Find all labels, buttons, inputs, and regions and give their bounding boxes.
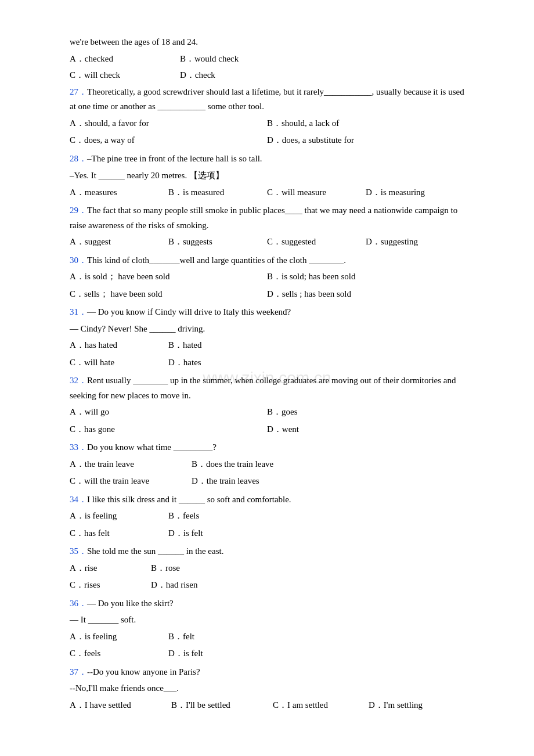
q34-body: I like this silk dress and it ______ so … bbox=[87, 495, 291, 504]
q35-optD: D．had risen bbox=[151, 578, 226, 593]
pre27-options: A．checked B．would check bbox=[70, 52, 464, 67]
q31-body2: — Cindy? Never! She ______ driving. bbox=[70, 324, 205, 333]
question-34: 34．I like this silk dress and it ______ … bbox=[70, 492, 464, 541]
q32-optC: C．has gone bbox=[70, 422, 267, 437]
q34-optD: D．is felt bbox=[168, 526, 244, 541]
q31-optC: C．will hate bbox=[70, 355, 157, 370]
pre27-optD: D．check bbox=[180, 68, 284, 83]
q37-optA: A．I have settled bbox=[70, 698, 163, 713]
q28-body2: –Yes. It ______ nearly 20 metres. bbox=[70, 171, 189, 180]
q32-optA: A．will go bbox=[70, 405, 267, 420]
q30-body: This kind of cloth_______well and large … bbox=[87, 255, 346, 265]
q36-optD: D．is felt bbox=[168, 646, 238, 661]
q30-options: A．is sold； have been sold B．is sold; has… bbox=[70, 269, 464, 285]
q37-text2: --No,I'll make friends once___. bbox=[70, 681, 464, 696]
q30-optB: B．is sold; has been sold bbox=[267, 269, 464, 285]
q29-optC: C．suggested bbox=[267, 235, 354, 250]
q31-body1: — Do you know if Cindy will drive to Ita… bbox=[87, 307, 291, 316]
q36-optC: C．feels bbox=[70, 646, 163, 661]
q34-optB: B．feels bbox=[168, 509, 244, 524]
q37-text1: 37．--Do you know anyone in Paris? bbox=[70, 665, 464, 680]
q30-text: 30．This kind of cloth_______well and lar… bbox=[70, 253, 464, 268]
q29-options: A．suggest B．suggests C．suggested D．sugge… bbox=[70, 235, 464, 250]
q31-options: A．has hated B．hated bbox=[70, 338, 464, 353]
q36-body2: — It _______ soft. bbox=[70, 615, 136, 624]
q36-optB: B．felt bbox=[168, 629, 238, 645]
q32-optD: D．went bbox=[267, 422, 464, 437]
q31-optA: A．has hated bbox=[70, 338, 157, 353]
question-32: 32．Rent usually ________ up in the summe… bbox=[70, 373, 464, 437]
q31-number: 31． bbox=[70, 307, 87, 316]
q29-optA: A．suggest bbox=[70, 235, 157, 250]
question-36: 36．— Do you like the skirt? — It _______… bbox=[70, 596, 464, 661]
pre27-optB: B．would check bbox=[180, 52, 284, 67]
q32-options2: C．has gone D．went bbox=[70, 422, 464, 437]
q30-optD: D．sells ; has been sold bbox=[267, 287, 464, 302]
q30-optC: C．sells； have been sold bbox=[70, 287, 267, 302]
q28-optA: A．measures bbox=[70, 185, 157, 200]
q34-number: 34． bbox=[70, 495, 87, 504]
q29-text: 29．The fact that so many people still sm… bbox=[70, 203, 464, 233]
q36-number: 36． bbox=[70, 599, 87, 608]
question-35: 35．She told me the sun ______ in the eas… bbox=[70, 544, 464, 593]
question-27: 27．Theoretically, a good screwdriver sho… bbox=[70, 85, 464, 148]
q36-text1: 36．— Do you like the skirt? bbox=[70, 596, 464, 611]
q34-optC: C．has felt bbox=[70, 526, 163, 541]
question-30: 30．This kind of cloth_______well and lar… bbox=[70, 253, 464, 302]
q37-options: A．I have settled B．I'll be settled C．I a… bbox=[70, 698, 464, 713]
q35-options: A．rise B．rose bbox=[70, 561, 464, 576]
q37-body1: --Do you know anyone in Paris? bbox=[87, 667, 200, 676]
q31-text2: — Cindy? Never! She ______ driving. bbox=[70, 322, 464, 337]
q27-optB: B．should, a lack of bbox=[267, 116, 464, 131]
q37-optD: D．I'm settling bbox=[369, 698, 444, 713]
q27-options2: C．does, a way of D．does, a substitute fo… bbox=[70, 133, 464, 148]
q37-body2: --No,I'll make friends once___. bbox=[70, 683, 179, 693]
intro-line: we're between the ages of 18 and 24. bbox=[70, 35, 464, 50]
q27-options: A．should, a favor for B．should, a lack o… bbox=[70, 116, 464, 131]
question-28: 28．–The pine tree in front of the lectur… bbox=[70, 152, 464, 200]
pre27-options2: C．will check D．check bbox=[70, 68, 464, 83]
q28-optD: D．is measuring bbox=[366, 185, 453, 200]
q29-body: The fact that so many people still smoke… bbox=[70, 206, 457, 230]
q28-bracket: 【选项】 bbox=[189, 170, 224, 180]
q32-body: Rent usually ________ up in the summer, … bbox=[70, 376, 456, 400]
q32-number: 32． bbox=[70, 376, 87, 385]
q31-optB: B．hated bbox=[168, 338, 255, 353]
q33-optD: D．the train leaves bbox=[192, 474, 308, 489]
q37-optC: C．I am settled bbox=[273, 698, 360, 713]
q28-text1: 28．–The pine tree in front of the lectur… bbox=[70, 152, 464, 167]
q30-optA: A．is sold； have been sold bbox=[70, 269, 267, 285]
q35-body: She told me the sun ______ in the east. bbox=[87, 546, 223, 556]
q31-text1: 31．— Do you know if Cindy will drive to … bbox=[70, 305, 464, 320]
q27-optC: C．does, a way of bbox=[70, 133, 267, 148]
q32-text: 32．Rent usually ________ up in the summe… bbox=[70, 373, 464, 403]
q36-optA: A．is feeling bbox=[70, 629, 163, 645]
q35-optC: C．rises bbox=[70, 578, 145, 593]
q36-body1: — Do you like the skirt? bbox=[87, 599, 174, 608]
content-area: we're between the ages of 18 and 24. A．c… bbox=[70, 35, 464, 712]
q28-text2: –Yes. It ______ nearly 20 metres. 【选项】 bbox=[70, 168, 464, 183]
q29-optD: D．suggesting bbox=[366, 235, 453, 250]
q28-optC: C．will measure bbox=[267, 185, 354, 200]
q27-number: 27． bbox=[70, 87, 87, 96]
question-33: 33．Do you know what time _________? A．th… bbox=[70, 440, 464, 489]
q34-options2: C．has felt D．is felt bbox=[70, 526, 464, 541]
q30-number: 30． bbox=[70, 255, 87, 265]
q34-optA: A．is feeling bbox=[70, 509, 163, 524]
q28-number: 28． bbox=[70, 154, 87, 163]
q28-optB: B．is measured bbox=[168, 185, 255, 200]
q35-text: 35．She told me the sun ______ in the eas… bbox=[70, 544, 464, 559]
q33-options: A．the train leave B．does the train leave bbox=[70, 457, 464, 472]
q33-optB: B．does the train leave bbox=[192, 457, 308, 472]
q33-optA: A．the train leave bbox=[70, 457, 186, 472]
q27-optD: D．does, a substitute for bbox=[267, 133, 464, 148]
q33-optC: C．will the train leave bbox=[70, 474, 186, 489]
q33-body: Do you know what time _________? bbox=[87, 442, 217, 452]
q28-body1: –The pine tree in front of the lecture h… bbox=[87, 154, 262, 163]
q31-options2: C．will hate D．hates bbox=[70, 355, 464, 370]
q31-optD: D．hates bbox=[168, 355, 255, 370]
q35-optB: B．rose bbox=[151, 561, 226, 576]
q37-optB: B．I'll be settled bbox=[171, 698, 264, 713]
q29-number: 29． bbox=[70, 206, 87, 215]
q28-options: A．measures B．is measured C．will measure … bbox=[70, 185, 464, 200]
